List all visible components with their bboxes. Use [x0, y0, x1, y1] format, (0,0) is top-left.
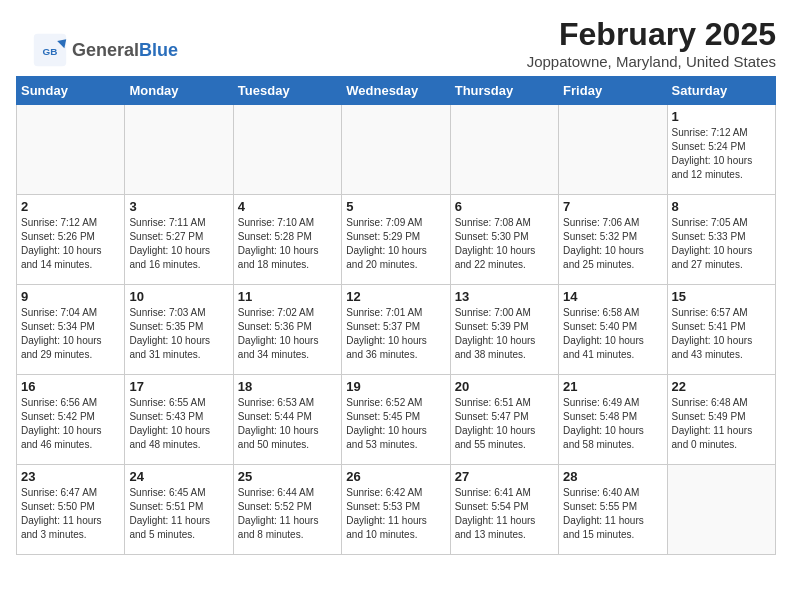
- day-info: Sunrise: 6:47 AM Sunset: 5:50 PM Dayligh…: [21, 486, 120, 542]
- calendar-cell: 28Sunrise: 6:40 AM Sunset: 5:55 PM Dayli…: [559, 465, 667, 555]
- calendar-cell: 14Sunrise: 6:58 AM Sunset: 5:40 PM Dayli…: [559, 285, 667, 375]
- day-number: 11: [238, 289, 337, 304]
- calendar-cell: 13Sunrise: 7:00 AM Sunset: 5:39 PM Dayli…: [450, 285, 558, 375]
- calendar-cell: 12Sunrise: 7:01 AM Sunset: 5:37 PM Dayli…: [342, 285, 450, 375]
- calendar-cell: [233, 105, 341, 195]
- day-number: 19: [346, 379, 445, 394]
- day-info: Sunrise: 6:53 AM Sunset: 5:44 PM Dayligh…: [238, 396, 337, 452]
- day-info: Sunrise: 6:52 AM Sunset: 5:45 PM Dayligh…: [346, 396, 445, 452]
- calendar-cell: 3Sunrise: 7:11 AM Sunset: 5:27 PM Daylig…: [125, 195, 233, 285]
- day-number: 6: [455, 199, 554, 214]
- calendar-cell: 17Sunrise: 6:55 AM Sunset: 5:43 PM Dayli…: [125, 375, 233, 465]
- calendar-cell: 10Sunrise: 7:03 AM Sunset: 5:35 PM Dayli…: [125, 285, 233, 375]
- calendar-cell: 27Sunrise: 6:41 AM Sunset: 5:54 PM Dayli…: [450, 465, 558, 555]
- calendar-week-row: 2Sunrise: 7:12 AM Sunset: 5:26 PM Daylig…: [17, 195, 776, 285]
- day-info: Sunrise: 7:02 AM Sunset: 5:36 PM Dayligh…: [238, 306, 337, 362]
- day-number: 22: [672, 379, 771, 394]
- day-info: Sunrise: 6:57 AM Sunset: 5:41 PM Dayligh…: [672, 306, 771, 362]
- day-info: Sunrise: 7:06 AM Sunset: 5:32 PM Dayligh…: [563, 216, 662, 272]
- calendar-dow-tuesday: Tuesday: [233, 77, 341, 105]
- day-number: 16: [21, 379, 120, 394]
- calendar-cell: [17, 105, 125, 195]
- calendar-dow-sunday: Sunday: [17, 77, 125, 105]
- day-info: Sunrise: 7:11 AM Sunset: 5:27 PM Dayligh…: [129, 216, 228, 272]
- day-number: 21: [563, 379, 662, 394]
- day-info: Sunrise: 6:42 AM Sunset: 5:53 PM Dayligh…: [346, 486, 445, 542]
- calendar-cell: 26Sunrise: 6:42 AM Sunset: 5:53 PM Dayli…: [342, 465, 450, 555]
- calendar-cell: 7Sunrise: 7:06 AM Sunset: 5:32 PM Daylig…: [559, 195, 667, 285]
- day-info: Sunrise: 7:12 AM Sunset: 5:24 PM Dayligh…: [672, 126, 771, 182]
- calendar-cell: 16Sunrise: 6:56 AM Sunset: 5:42 PM Dayli…: [17, 375, 125, 465]
- day-number: 26: [346, 469, 445, 484]
- calendar-cell: 22Sunrise: 6:48 AM Sunset: 5:49 PM Dayli…: [667, 375, 775, 465]
- day-info: Sunrise: 6:44 AM Sunset: 5:52 PM Dayligh…: [238, 486, 337, 542]
- day-info: Sunrise: 7:00 AM Sunset: 5:39 PM Dayligh…: [455, 306, 554, 362]
- day-number: 1: [672, 109, 771, 124]
- calendar-cell: 5Sunrise: 7:09 AM Sunset: 5:29 PM Daylig…: [342, 195, 450, 285]
- calendar-cell: 11Sunrise: 7:02 AM Sunset: 5:36 PM Dayli…: [233, 285, 341, 375]
- calendar-cell: [559, 105, 667, 195]
- calendar-cell: 24Sunrise: 6:45 AM Sunset: 5:51 PM Dayli…: [125, 465, 233, 555]
- day-number: 27: [455, 469, 554, 484]
- day-info: Sunrise: 7:03 AM Sunset: 5:35 PM Dayligh…: [129, 306, 228, 362]
- calendar-cell: 6Sunrise: 7:08 AM Sunset: 5:30 PM Daylig…: [450, 195, 558, 285]
- day-number: 4: [238, 199, 337, 214]
- day-info: Sunrise: 7:09 AM Sunset: 5:29 PM Dayligh…: [346, 216, 445, 272]
- day-number: 17: [129, 379, 228, 394]
- day-number: 28: [563, 469, 662, 484]
- day-number: 8: [672, 199, 771, 214]
- calendar-week-row: 16Sunrise: 6:56 AM Sunset: 5:42 PM Dayli…: [17, 375, 776, 465]
- logo-text: GeneralBlue: [72, 40, 178, 61]
- day-number: 12: [346, 289, 445, 304]
- day-number: 14: [563, 289, 662, 304]
- calendar-cell: 15Sunrise: 6:57 AM Sunset: 5:41 PM Dayli…: [667, 285, 775, 375]
- logo-icon: GB: [32, 32, 68, 68]
- calendar-cell: 19Sunrise: 6:52 AM Sunset: 5:45 PM Dayli…: [342, 375, 450, 465]
- calendar-cell: 2Sunrise: 7:12 AM Sunset: 5:26 PM Daylig…: [17, 195, 125, 285]
- day-number: 10: [129, 289, 228, 304]
- calendar-dow-wednesday: Wednesday: [342, 77, 450, 105]
- logo: GB GeneralBlue: [32, 32, 178, 68]
- day-info: Sunrise: 6:41 AM Sunset: 5:54 PM Dayligh…: [455, 486, 554, 542]
- calendar-week-row: 9Sunrise: 7:04 AM Sunset: 5:34 PM Daylig…: [17, 285, 776, 375]
- calendar-week-row: 1Sunrise: 7:12 AM Sunset: 5:24 PM Daylig…: [17, 105, 776, 195]
- day-number: 25: [238, 469, 337, 484]
- day-info: Sunrise: 7:01 AM Sunset: 5:37 PM Dayligh…: [346, 306, 445, 362]
- calendar-cell: [342, 105, 450, 195]
- day-info: Sunrise: 6:49 AM Sunset: 5:48 PM Dayligh…: [563, 396, 662, 452]
- day-number: 13: [455, 289, 554, 304]
- day-info: Sunrise: 7:10 AM Sunset: 5:28 PM Dayligh…: [238, 216, 337, 272]
- day-number: 15: [672, 289, 771, 304]
- day-info: Sunrise: 6:51 AM Sunset: 5:47 PM Dayligh…: [455, 396, 554, 452]
- day-info: Sunrise: 7:04 AM Sunset: 5:34 PM Dayligh…: [21, 306, 120, 362]
- calendar-cell: 21Sunrise: 6:49 AM Sunset: 5:48 PM Dayli…: [559, 375, 667, 465]
- day-info: Sunrise: 6:55 AM Sunset: 5:43 PM Dayligh…: [129, 396, 228, 452]
- calendar-cell: 1Sunrise: 7:12 AM Sunset: 5:24 PM Daylig…: [667, 105, 775, 195]
- day-info: Sunrise: 6:40 AM Sunset: 5:55 PM Dayligh…: [563, 486, 662, 542]
- calendar-dow-thursday: Thursday: [450, 77, 558, 105]
- calendar-cell: 23Sunrise: 6:47 AM Sunset: 5:50 PM Dayli…: [17, 465, 125, 555]
- calendar-cell: 20Sunrise: 6:51 AM Sunset: 5:47 PM Dayli…: [450, 375, 558, 465]
- day-number: 18: [238, 379, 337, 394]
- calendar-cell: 25Sunrise: 6:44 AM Sunset: 5:52 PM Dayli…: [233, 465, 341, 555]
- day-number: 20: [455, 379, 554, 394]
- day-info: Sunrise: 7:12 AM Sunset: 5:26 PM Dayligh…: [21, 216, 120, 272]
- calendar-cell: 8Sunrise: 7:05 AM Sunset: 5:33 PM Daylig…: [667, 195, 775, 285]
- calendar-cell: 18Sunrise: 6:53 AM Sunset: 5:44 PM Dayli…: [233, 375, 341, 465]
- calendar-week-row: 23Sunrise: 6:47 AM Sunset: 5:50 PM Dayli…: [17, 465, 776, 555]
- calendar-cell: 9Sunrise: 7:04 AM Sunset: 5:34 PM Daylig…: [17, 285, 125, 375]
- day-info: Sunrise: 7:05 AM Sunset: 5:33 PM Dayligh…: [672, 216, 771, 272]
- day-number: 5: [346, 199, 445, 214]
- calendar-dow-saturday: Saturday: [667, 77, 775, 105]
- day-info: Sunrise: 6:48 AM Sunset: 5:49 PM Dayligh…: [672, 396, 771, 452]
- calendar-dow-monday: Monday: [125, 77, 233, 105]
- day-info: Sunrise: 6:58 AM Sunset: 5:40 PM Dayligh…: [563, 306, 662, 362]
- calendar-cell: [667, 465, 775, 555]
- day-number: 3: [129, 199, 228, 214]
- calendar-header-row: SundayMondayTuesdayWednesdayThursdayFrid…: [17, 77, 776, 105]
- top-section: GB GeneralBlue February 2025 Joppatowne,…: [16, 16, 776, 70]
- day-number: 7: [563, 199, 662, 214]
- calendar-table: SundayMondayTuesdayWednesdayThursdayFrid…: [16, 76, 776, 555]
- calendar-cell: [125, 105, 233, 195]
- calendar-cell: 4Sunrise: 7:10 AM Sunset: 5:28 PM Daylig…: [233, 195, 341, 285]
